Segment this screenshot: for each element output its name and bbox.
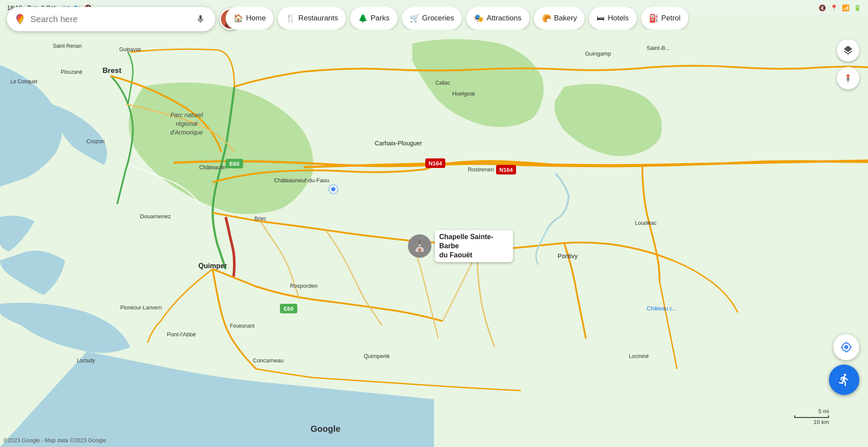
svg-text:Concarneau: Concarneau bbox=[253, 357, 284, 364]
attractions-icon: 🎭 bbox=[474, 13, 483, 23]
svg-text:E60: E60 bbox=[229, 161, 239, 167]
svg-text:Douarnenez: Douarnenez bbox=[140, 213, 171, 220]
chip-hotels[interactable]: 🛏 Hotels bbox=[589, 7, 636, 30]
place-label: Chapelle Sainte-Barbedu Faouët bbox=[435, 230, 513, 262]
svg-text:Carhaix-Plouguer: Carhaix-Plouguer bbox=[375, 140, 422, 147]
svg-text:Huelgoat: Huelgoat bbox=[452, 90, 475, 97]
svg-text:Callac: Callac bbox=[435, 80, 450, 86]
svg-text:Châteauneuf-du-Faou: Châteauneuf-du-Faou bbox=[274, 177, 329, 184]
hotels-icon: 🛏 bbox=[597, 14, 605, 23]
groceries-icon: 🛒 bbox=[410, 13, 419, 23]
svg-text:Locminé: Locminé bbox=[629, 353, 649, 359]
my-location-button[interactable] bbox=[833, 334, 859, 360]
chip-home[interactable]: 🏠 Home bbox=[226, 7, 273, 30]
chip-restaurants-label: Restaurants bbox=[298, 14, 338, 23]
parks-icon: 🌲 bbox=[358, 13, 368, 23]
home-icon: 🏠 bbox=[233, 13, 243, 23]
chip-bakery[interactable]: 🥐 Bakery bbox=[534, 7, 585, 30]
svg-text:Saint-B...: Saint-B... bbox=[647, 45, 670, 51]
svg-text:Loctudy: Loctudy bbox=[77, 358, 95, 364]
svg-text:Saint-Renan: Saint-Renan bbox=[53, 43, 82, 49]
svg-text:Guipavas: Guipavas bbox=[119, 46, 141, 53]
svg-text:régional: régional bbox=[176, 120, 198, 127]
petrol-icon: ⛽ bbox=[649, 13, 658, 23]
chip-attractions[interactable]: 🎭 Attractions bbox=[466, 7, 529, 30]
svg-text:Quimperlé: Quimperlé bbox=[364, 353, 390, 359]
chips-bar: 🏠 Home 🍴 Restaurants 🌲 Parks 🛒 Groceries… bbox=[226, 7, 861, 30]
map-controls bbox=[837, 39, 859, 89]
chip-home-label: Home bbox=[246, 14, 266, 23]
chip-hotels-label: Hotels bbox=[608, 14, 628, 23]
mic-button[interactable] bbox=[193, 11, 208, 27]
search-overlay bbox=[7, 7, 241, 31]
svg-text:Pont-l'Abbé: Pont-l'Abbé bbox=[167, 331, 196, 338]
svg-text:Loudéac: Loudéac bbox=[635, 220, 657, 226]
svg-text:N164: N164 bbox=[428, 160, 442, 167]
svg-text:Châteaulin: Châteaulin bbox=[199, 164, 226, 171]
svg-text:Quimper: Quimper bbox=[198, 262, 227, 270]
svg-text:Pontivy: Pontivy bbox=[558, 253, 578, 260]
current-location-dot bbox=[330, 186, 337, 193]
chip-bakery-label: Bakery bbox=[554, 14, 577, 23]
chip-groceries-label: Groceries bbox=[422, 14, 454, 23]
svg-text:Briec: Briec bbox=[254, 216, 266, 222]
google-maps-logo bbox=[14, 13, 26, 25]
layers-button[interactable] bbox=[837, 39, 859, 62]
bakery-icon: 🥐 bbox=[542, 13, 551, 23]
chip-restaurants[interactable]: 🍴 Restaurants bbox=[278, 7, 346, 30]
svg-point-52 bbox=[847, 77, 849, 79]
svg-text:E60: E60 bbox=[283, 306, 293, 312]
chip-parks-label: Parks bbox=[371, 14, 389, 23]
svg-text:Brest: Brest bbox=[102, 66, 122, 75]
scale-label-km: 10 km bbox=[814, 419, 829, 425]
svg-text:Plouzané: Plouzané bbox=[61, 69, 82, 75]
map-container[interactable]: E50 N12 N12 E60 E60 N164 N164 Plabennec … bbox=[0, 0, 868, 447]
scale-label-miles: 5 mi bbox=[818, 408, 829, 414]
svg-text:Fouesnant: Fouesnant bbox=[230, 323, 255, 329]
chip-attractions-label: Attractions bbox=[487, 14, 521, 23]
svg-text:Le Conquet: Le Conquet bbox=[10, 79, 38, 85]
navigate-button[interactable] bbox=[829, 365, 859, 395]
chip-petrol-label: Petrol bbox=[661, 14, 681, 23]
chip-groceries[interactable]: 🛒 Groceries bbox=[402, 7, 462, 30]
svg-text:Rosporden: Rosporden bbox=[290, 283, 318, 289]
svg-text:Plonéour-Lanvern: Plonéour-Lanvern bbox=[120, 305, 161, 311]
svg-text:Rostrenen: Rostrenen bbox=[468, 166, 494, 173]
svg-text:Parc naturel: Parc naturel bbox=[170, 112, 203, 118]
scale-bar: 5 mi 10 km bbox=[794, 408, 829, 425]
restaurants-icon: 🍴 bbox=[286, 13, 295, 23]
compass-button[interactable] bbox=[837, 67, 859, 89]
chip-parks[interactable]: 🌲 Parks bbox=[350, 7, 397, 30]
place-marker[interactable]: ⛪ Chapelle Sainte-Barbedu Faouët bbox=[408, 230, 513, 262]
map-copyright: ©2023 Google · Map data ©2023 Google bbox=[3, 437, 106, 444]
svg-text:Château c...: Château c... bbox=[647, 305, 677, 312]
search-bar[interactable] bbox=[7, 7, 215, 31]
search-input[interactable] bbox=[30, 14, 188, 24]
chip-petrol[interactable]: ⛽ Petrol bbox=[641, 7, 688, 30]
svg-text:Guingamp: Guingamp bbox=[585, 50, 611, 57]
svg-text:Google: Google bbox=[311, 424, 341, 434]
place-thumbnail: ⛪ bbox=[408, 234, 431, 258]
svg-text:d'Armorique: d'Armorique bbox=[170, 129, 203, 136]
svg-text:N164: N164 bbox=[499, 167, 513, 173]
svg-text:Crozon: Crozon bbox=[86, 138, 105, 145]
